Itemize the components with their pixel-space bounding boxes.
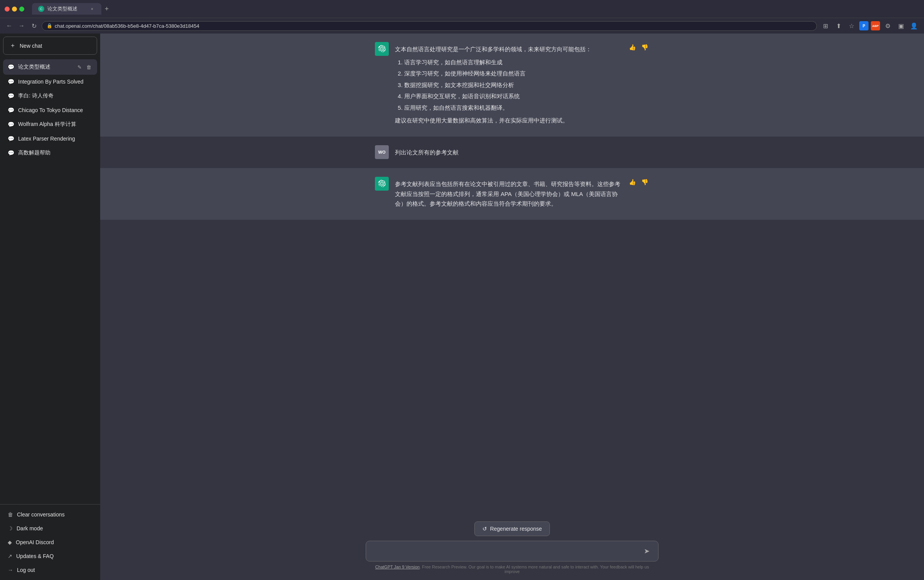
- minimize-window-button[interactable]: [12, 7, 17, 12]
- chat-icon: 💬: [8, 121, 14, 127]
- plus-icon: ＋: [10, 42, 16, 50]
- sidebar-toggle-icon[interactable]: ▣: [895, 20, 906, 31]
- extension-p-icon[interactable]: P: [859, 21, 869, 30]
- message-inner-1: 文本自然语言处理研究是一个广泛和多学科的领域，未来研究方向可能包括： 语言学习研…: [366, 41, 659, 129]
- translate-icon[interactable]: ⊞: [820, 20, 831, 31]
- tab-bar: C 论文类型概述 × +: [32, 3, 919, 15]
- disclaimer-text: . Free Research Preview. Our goal is to …: [420, 565, 649, 574]
- extensions-icon[interactable]: ⚙: [882, 20, 893, 31]
- updates-faq-button[interactable]: ↗ Updates & FAQ: [3, 549, 97, 563]
- clear-conversations-button[interactable]: 🗑 Clear conversations: [3, 508, 97, 521]
- sidebar-item-gaoshu[interactable]: 💬 高数解题帮助: [3, 146, 97, 160]
- user-avatar-2: WO: [375, 145, 389, 159]
- logout-label: Log out: [17, 567, 35, 573]
- discord-label: OpenAI Discord: [16, 539, 54, 545]
- chat-item-label: Integration By Parts Solved: [18, 79, 92, 85]
- send-button[interactable]: ➤: [641, 546, 652, 557]
- maximize-window-button[interactable]: [19, 7, 24, 12]
- close-window-button[interactable]: [5, 7, 10, 12]
- external-link-icon: ↗: [8, 553, 12, 559]
- edit-chat-button[interactable]: ✎: [76, 63, 83, 71]
- updates-faq-label: Updates & FAQ: [16, 553, 54, 559]
- msg1-intro: 文本自然语言处理研究是一个广泛和多学科的领域，未来研究方向可能包括：: [395, 44, 622, 54]
- sidebar-item-latex[interactable]: 💬 Latex Parser Rendering: [3, 132, 97, 146]
- sidebar-item-chicago[interactable]: 💬 Chicago To Tokyo Distance: [3, 103, 97, 117]
- chat-item-label: Chicago To Tokyo Distance: [18, 107, 92, 113]
- discord-icon: ◆: [8, 539, 12, 545]
- message-inner-3: 参考文献列表应当包括所有在论文中被引用过的文章、书籍、研究报告等资料。这些参考文…: [366, 176, 659, 212]
- back-button[interactable]: ←: [5, 21, 14, 30]
- chat-list: 💬 论文类型概述 ✎ 🗑 💬 Integration By Parts Solv…: [0, 58, 100, 504]
- list-item: 语言学习研究，如自然语言理解和生成: [404, 57, 622, 67]
- new-chat-label: New chat: [20, 43, 42, 49]
- message-content-1: 文本自然语言处理研究是一个广泛和多学科的领域，未来研究方向可能包括： 语言学习研…: [395, 41, 622, 129]
- chat-messages: 文本自然语言处理研究是一个广泛和多学科的领域，未来研究方向可能包括： 语言学习研…: [100, 34, 924, 517]
- chat-icon: 💬: [8, 136, 14, 142]
- assistant-avatar-3: [375, 177, 389, 191]
- profile-icon[interactable]: 👤: [909, 20, 919, 31]
- message-block-3: 参考文献列表应当包括所有在论文中被引用过的文章、书籍、研究报告等资料。这些参考文…: [100, 168, 924, 220]
- forward-button[interactable]: →: [17, 21, 26, 30]
- chat-item-label: 李白: 诗人传奇: [18, 92, 92, 99]
- assistant-avatar-1: [375, 42, 389, 56]
- input-row: ➤: [366, 541, 659, 562]
- discord-button[interactable]: ◆ OpenAI Discord: [3, 535, 97, 549]
- tab-close-button[interactable]: ×: [89, 6, 95, 12]
- chat-icon: 💬: [8, 79, 14, 85]
- thumbs-down-button[interactable]: 👎: [640, 43, 649, 52]
- chat-item-label: 论文类型概述: [18, 64, 72, 70]
- chat-item-label: Wolfram Alpha 科学计算: [18, 121, 92, 128]
- message-block-1: 文本自然语言处理研究是一个广泛和多学科的领域，未来研究方向可能包括： 语言学习研…: [100, 34, 924, 137]
- thumbs-up-button[interactable]: 👍: [628, 43, 637, 52]
- delete-chat-button[interactable]: 🗑: [85, 63, 92, 71]
- trash-icon: 🗑: [8, 511, 13, 518]
- share-icon[interactable]: ⬆: [833, 20, 844, 31]
- sidebar-item-lunwen[interactable]: 💬 论文类型概述 ✎ 🗑: [3, 59, 97, 75]
- chatgpt-version-link[interactable]: ChatGPT Jan 9 Version: [375, 565, 420, 569]
- message-content-3: 参考文献列表应当包括所有在论文中被引用过的文章、书籍、研究报告等资料。这些参考文…: [395, 176, 622, 212]
- logout-button[interactable]: → Log out: [3, 563, 97, 577]
- sidebar-item-libai[interactable]: 💬 李白: 诗人传奇: [3, 89, 97, 103]
- thumbs-up-button-3[interactable]: 👍: [628, 178, 637, 187]
- sidebar: ＋ New chat 💬 论文类型概述 ✎ 🗑 💬 Integration By…: [0, 34, 100, 580]
- message-inner-2: WO 列出论文所有的参考文献: [366, 144, 659, 161]
- traffic-lights: [5, 7, 24, 12]
- tab-title-text: 论文类型概述: [47, 5, 86, 12]
- title-bar: C 论文类型概述 × +: [0, 0, 924, 18]
- regenerate-icon: ↺: [482, 526, 487, 532]
- tab-favicon: C: [38, 6, 44, 12]
- extension-abp-icon[interactable]: ABP: [871, 21, 880, 30]
- list-item: 数据挖掘研究，如文本挖掘和社交网络分析: [404, 80, 622, 90]
- message-actions-1: 👍 👎: [628, 41, 649, 52]
- chat-icon: 💬: [8, 64, 14, 70]
- sidebar-top: ＋ New chat: [0, 34, 100, 58]
- browser-chrome: C 论文类型概述 × + ← → ↻ 🔒 chat.openai.com/cha…: [0, 0, 924, 34]
- new-tab-button[interactable]: +: [101, 3, 112, 14]
- regenerate-label: Regenerate response: [490, 526, 542, 532]
- sidebar-item-wolfram[interactable]: 💬 Wolfram Alpha 科学计算: [3, 117, 97, 132]
- url-box[interactable]: 🔒 chat.openai.com/chat/08ab536b-b5e8-4d4…: [42, 21, 817, 31]
- chat-item-label: 高数解题帮助: [18, 149, 92, 156]
- sidebar-bottom: 🗑 Clear conversations ☽ Dark mode ◆ Open…: [0, 504, 100, 580]
- moon-icon: ☽: [8, 525, 13, 531]
- sidebar-item-integration[interactable]: 💬 Integration By Parts Solved: [3, 75, 97, 89]
- chat-icon: 💬: [8, 150, 14, 156]
- reload-button[interactable]: ↻: [29, 21, 39, 30]
- disclaimer: ChatGPT Jan 9 Version. Free Research Pre…: [366, 562, 659, 577]
- chat-item-actions: ✎ 🗑: [76, 63, 92, 71]
- list-item: 应用研究，如自然语言搜索和机器翻译。: [404, 103, 622, 113]
- list-item: 深度学习研究，如使用神经网络来处理自然语言: [404, 69, 622, 79]
- msg3-text: 参考文献列表应当包括所有在论文中被引用过的文章、书籍、研究报告等资料。这些参考文…: [395, 179, 622, 209]
- active-tab[interactable]: C 论文类型概述 ×: [32, 3, 101, 15]
- regenerate-button[interactable]: ↺ Regenerate response: [474, 521, 550, 536]
- message-content-2: 列出论文所有的参考文献: [395, 144, 649, 161]
- chat-input[interactable]: [372, 546, 638, 556]
- lock-icon: 🔒: [47, 23, 52, 28]
- msg1-list: 语言学习研究，如自然语言理解和生成 深度学习研究，如使用神经网络来处理自然语言 …: [395, 57, 622, 113]
- bookmark-icon[interactable]: ☆: [846, 20, 857, 31]
- toolbar-icons: ⊞ ⬆ ☆ P ABP ⚙ ▣ 👤: [820, 20, 919, 31]
- thumbs-down-button-3[interactable]: 👎: [640, 178, 649, 187]
- new-chat-button[interactable]: ＋ New chat: [3, 37, 97, 55]
- dark-mode-label: Dark mode: [17, 525, 43, 531]
- dark-mode-button[interactable]: ☽ Dark mode: [3, 521, 97, 535]
